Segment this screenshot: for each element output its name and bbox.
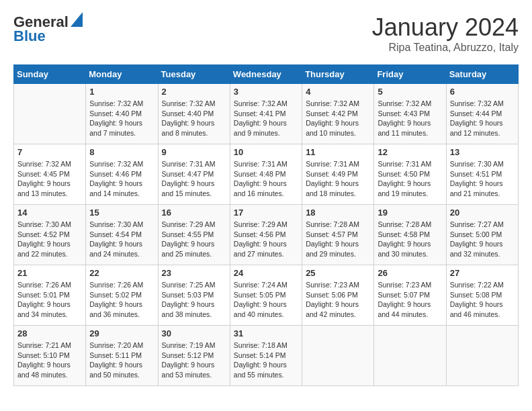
week-row-4: 21Sunrise: 7:26 AM Sunset: 5:01 PM Dayli… [14, 265, 519, 326]
header-cell-tuesday: Tuesday [158, 65, 230, 84]
day-number: 3 [234, 87, 298, 97]
day-number: 15 [89, 208, 154, 218]
day-number: 1 [89, 87, 154, 97]
day-info: Sunrise: 7:31 AM Sunset: 4:49 PM Dayligh… [306, 159, 370, 199]
day-number: 7 [17, 147, 82, 157]
week-row-1: 1Sunrise: 7:32 AM Sunset: 4:40 PM Daylig… [14, 84, 519, 144]
title-block: January 2024 Ripa Teatina, Abruzzo, Ital… [372, 13, 519, 54]
calendar-cell: 19Sunrise: 7:28 AM Sunset: 4:58 PM Dayli… [374, 205, 446, 265]
day-info: Sunrise: 7:32 AM Sunset: 4:40 PM Dayligh… [89, 99, 154, 138]
calendar-cell: 6Sunrise: 7:32 AM Sunset: 4:44 PM Daylig… [446, 84, 518, 144]
day-number: 14 [17, 208, 82, 218]
day-number: 5 [378, 87, 442, 97]
day-number: 19 [378, 208, 442, 218]
day-info: Sunrise: 7:26 AM Sunset: 5:01 PM Dayligh… [17, 280, 82, 320]
day-info: Sunrise: 7:23 AM Sunset: 5:06 PM Dayligh… [306, 280, 370, 320]
calendar-cell: 31Sunrise: 7:18 AM Sunset: 5:14 PM Dayli… [230, 326, 302, 386]
day-number: 20 [450, 208, 515, 218]
day-info: Sunrise: 7:25 AM Sunset: 5:03 PM Dayligh… [162, 280, 226, 320]
day-info: Sunrise: 7:31 AM Sunset: 4:48 PM Dayligh… [234, 159, 298, 199]
calendar-cell: 11Sunrise: 7:31 AM Sunset: 4:49 PM Dayli… [302, 144, 374, 205]
day-number: 28 [17, 328, 82, 338]
header-cell-wednesday: Wednesday [230, 65, 302, 84]
calendar-cell: 26Sunrise: 7:23 AM Sunset: 5:07 PM Dayli… [374, 265, 446, 326]
calendar-cell: 13Sunrise: 7:30 AM Sunset: 4:51 PM Dayli… [446, 144, 518, 205]
svg-marker-0 [71, 12, 83, 27]
day-number: 9 [162, 147, 226, 157]
calendar-cell [446, 326, 518, 386]
logo-line2: Blue [13, 28, 83, 44]
day-number: 24 [234, 268, 298, 278]
week-row-5: 28Sunrise: 7:21 AM Sunset: 5:10 PM Dayli… [14, 326, 519, 386]
day-info: Sunrise: 7:29 AM Sunset: 4:55 PM Dayligh… [162, 220, 226, 259]
day-info: Sunrise: 7:32 AM Sunset: 4:40 PM Dayligh… [162, 99, 226, 138]
day-info: Sunrise: 7:31 AM Sunset: 4:50 PM Dayligh… [378, 159, 442, 199]
day-number: 11 [306, 147, 370, 157]
day-info: Sunrise: 7:32 AM Sunset: 4:45 PM Dayligh… [17, 159, 82, 199]
day-number: 29 [89, 328, 154, 338]
page-header: General Blue January 2024 Ripa Teatina, … [13, 13, 519, 54]
day-number: 31 [234, 328, 298, 338]
calendar-cell: 30Sunrise: 7:19 AM Sunset: 5:12 PM Dayli… [158, 326, 230, 386]
calendar-cell: 27Sunrise: 7:22 AM Sunset: 5:08 PM Dayli… [446, 265, 518, 326]
calendar-cell: 15Sunrise: 7:30 AM Sunset: 4:54 PM Dayli… [86, 205, 158, 265]
day-info: Sunrise: 7:21 AM Sunset: 5:10 PM Dayligh… [17, 340, 82, 380]
week-row-3: 14Sunrise: 7:30 AM Sunset: 4:52 PM Dayli… [14, 205, 519, 265]
logo-icon [71, 12, 83, 27]
day-number: 21 [17, 268, 82, 278]
calendar-cell: 12Sunrise: 7:31 AM Sunset: 4:50 PM Dayli… [374, 144, 446, 205]
day-info: Sunrise: 7:30 AM Sunset: 4:52 PM Dayligh… [17, 220, 82, 259]
day-number: 23 [162, 268, 226, 278]
day-info: Sunrise: 7:24 AM Sunset: 5:05 PM Dayligh… [234, 280, 298, 320]
calendar-cell: 23Sunrise: 7:25 AM Sunset: 5:03 PM Dayli… [158, 265, 230, 326]
week-row-2: 7Sunrise: 7:32 AM Sunset: 4:45 PM Daylig… [14, 144, 519, 205]
calendar-cell: 9Sunrise: 7:31 AM Sunset: 4:47 PM Daylig… [158, 144, 230, 205]
day-info: Sunrise: 7:22 AM Sunset: 5:08 PM Dayligh… [450, 280, 515, 320]
header-cell-sunday: Sunday [14, 65, 86, 84]
calendar-cell: 16Sunrise: 7:29 AM Sunset: 4:55 PM Dayli… [158, 205, 230, 265]
day-info: Sunrise: 7:30 AM Sunset: 4:54 PM Dayligh… [89, 220, 154, 259]
day-info: Sunrise: 7:32 AM Sunset: 4:46 PM Dayligh… [89, 159, 154, 199]
calendar-table: SundayMondayTuesdayWednesdayThursdayFrid… [13, 64, 519, 386]
calendar-cell: 5Sunrise: 7:32 AM Sunset: 4:43 PM Daylig… [374, 84, 446, 144]
day-info: Sunrise: 7:32 AM Sunset: 4:42 PM Dayligh… [306, 99, 370, 138]
day-number: 27 [450, 268, 515, 278]
day-number: 22 [89, 268, 154, 278]
day-info: Sunrise: 7:28 AM Sunset: 4:57 PM Dayligh… [306, 220, 370, 259]
calendar-cell: 22Sunrise: 7:26 AM Sunset: 5:02 PM Dayli… [86, 265, 158, 326]
header-row: SundayMondayTuesdayWednesdayThursdayFrid… [14, 65, 519, 84]
day-number: 18 [306, 208, 370, 218]
calendar-cell [374, 326, 446, 386]
day-info: Sunrise: 7:26 AM Sunset: 5:02 PM Dayligh… [89, 280, 154, 320]
day-number: 13 [450, 147, 515, 157]
calendar-cell: 10Sunrise: 7:31 AM Sunset: 4:48 PM Dayli… [230, 144, 302, 205]
day-number: 25 [306, 268, 370, 278]
header-cell-monday: Monday [86, 65, 158, 84]
month-title: January 2024 [372, 13, 519, 42]
calendar-cell: 7Sunrise: 7:32 AM Sunset: 4:45 PM Daylig… [14, 144, 86, 205]
calendar-cell: 4Sunrise: 7:32 AM Sunset: 4:42 PM Daylig… [302, 84, 374, 144]
calendar-cell [302, 326, 374, 386]
calendar-cell: 18Sunrise: 7:28 AM Sunset: 4:57 PM Dayli… [302, 205, 374, 265]
day-info: Sunrise: 7:29 AM Sunset: 4:56 PM Dayligh… [234, 220, 298, 259]
location: Ripa Teatina, Abruzzo, Italy [372, 42, 519, 54]
calendar-cell: 2Sunrise: 7:32 AM Sunset: 4:40 PM Daylig… [158, 84, 230, 144]
day-info: Sunrise: 7:28 AM Sunset: 4:58 PM Dayligh… [378, 220, 442, 259]
calendar-cell: 1Sunrise: 7:32 AM Sunset: 4:40 PM Daylig… [86, 84, 158, 144]
calendar-cell: 21Sunrise: 7:26 AM Sunset: 5:01 PM Dayli… [14, 265, 86, 326]
day-info: Sunrise: 7:19 AM Sunset: 5:12 PM Dayligh… [162, 340, 226, 380]
day-info: Sunrise: 7:23 AM Sunset: 5:07 PM Dayligh… [378, 280, 442, 320]
day-number: 8 [89, 147, 154, 157]
day-number: 26 [378, 268, 442, 278]
header-cell-saturday: Saturday [446, 65, 518, 84]
calendar-cell: 29Sunrise: 7:20 AM Sunset: 5:11 PM Dayli… [86, 326, 158, 386]
calendar-cell: 20Sunrise: 7:27 AM Sunset: 5:00 PM Dayli… [446, 205, 518, 265]
day-number: 2 [162, 87, 226, 97]
day-number: 12 [378, 147, 442, 157]
calendar-cell: 28Sunrise: 7:21 AM Sunset: 5:10 PM Dayli… [14, 326, 86, 386]
calendar-cell: 3Sunrise: 7:32 AM Sunset: 4:41 PM Daylig… [230, 84, 302, 144]
calendar-cell: 17Sunrise: 7:29 AM Sunset: 4:56 PM Dayli… [230, 205, 302, 265]
calendar-cell: 14Sunrise: 7:30 AM Sunset: 4:52 PM Dayli… [14, 205, 86, 265]
day-info: Sunrise: 7:30 AM Sunset: 4:51 PM Dayligh… [450, 159, 515, 199]
logo: General Blue [13, 13, 83, 44]
